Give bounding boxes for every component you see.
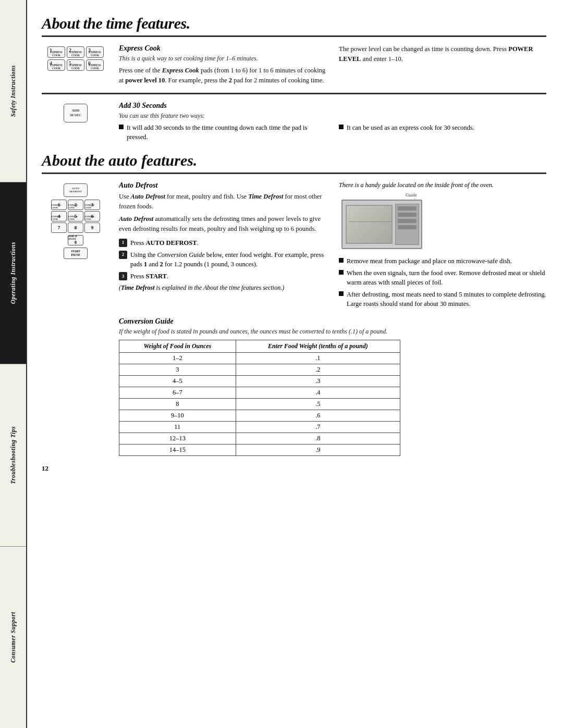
add-30-label-line2: 30 SEC — [70, 113, 81, 117]
add-30-bullet-2: It can be used as an express cook for 30… — [339, 123, 546, 132]
step-num-1: 1 — [119, 239, 127, 247]
cell-tenths: .8 — [236, 433, 400, 445]
cell-tenths: .1 — [236, 353, 400, 364]
auto-defrost-step-3: 3 Press START. — [119, 272, 326, 281]
cell-ounces: 4–5 — [119, 376, 236, 387]
conversion-guide-note: If the weight of food is stated in pound… — [119, 328, 546, 336]
np-7[interactable]: 7 — [51, 223, 67, 233]
bullet-sq-3 — [339, 291, 344, 296]
bullet-sq-2 — [339, 270, 344, 275]
np-6[interactable]: 6EXPRESS COOK — [84, 211, 100, 221]
np-4[interactable]: 4EXPRESS COOK — [51, 211, 67, 221]
express-cook-subtitle: This is a quick way to set cooking time … — [119, 55, 326, 63]
auto-defrost-section: AUTO DEFROST 1EXPRESS COOK 2EXPRESS COOK… — [42, 181, 546, 456]
np-8[interactable]: 8 — [68, 223, 83, 233]
pad-1[interactable]: 1EXPRESS COOK — [47, 46, 65, 58]
auto-defrost-intro: Use Auto Defrost for meat, poultry and f… — [119, 192, 326, 212]
sidebar-section-consumer: Consumer Support — [0, 547, 26, 729]
np-5[interactable]: 5EXPRESS COOK — [68, 211, 83, 221]
np-9[interactable]: 9 — [84, 223, 100, 233]
panel-element-2 — [398, 213, 417, 217]
add-30-label-line1: ADD — [71, 108, 79, 113]
cell-ounces: 9–10 — [119, 410, 236, 422]
pad-2[interactable]: 2EXPRESS COOK — [67, 46, 84, 58]
cell-tenths: .3 — [236, 376, 400, 387]
add-30-left: It will add 30 seconds to the time count… — [119, 123, 326, 144]
table-row: 6–7.4 — [119, 387, 400, 399]
auto-defrost-bullet-3: After defrosting, most meats need to sta… — [339, 290, 546, 309]
add-30-right: It can be used as an express cook for 30… — [339, 123, 546, 144]
cell-ounces: 11 — [119, 422, 236, 433]
add-30-icon-col: ADD 30 SEC — [42, 102, 109, 144]
auto-defrost-bullet-text-2: When the oven signals, turn the food ove… — [347, 268, 546, 287]
conversion-guide-title: Conversion Guide — [119, 317, 546, 326]
cell-ounces: 14–15 — [119, 445, 236, 456]
auto-defrost-bullets: Remove meat from package and place on mi… — [339, 256, 546, 309]
start-pause-btn[interactable]: START PAUSE — [64, 248, 88, 259]
cell-ounces: 1–2 — [119, 353, 236, 364]
express-cook-title: Express Cook — [119, 44, 326, 53]
express-cook-left: Express Cook This is a quick way to set … — [119, 44, 326, 85]
door-stripe — [349, 221, 391, 222]
add-30-section: ADD 30 SEC Add 30 Seconds You can use th… — [42, 102, 546, 144]
sidebar-label-operating: Operating Instructions — [10, 242, 16, 304]
pad-6[interactable]: 6EXPRESS COOK — [86, 59, 104, 71]
bullet-square-1 — [119, 125, 124, 129]
cell-ounces: 8 — [119, 399, 236, 410]
add-30-bullet-1: It will add 30 seconds to the time count… — [119, 123, 326, 142]
cell-ounces: 6–7 — [119, 387, 236, 399]
table-row: 3.2 — [119, 364, 400, 376]
sidebar-label-safety: Safety Instructions — [10, 65, 16, 117]
cell-tenths: .2 — [236, 364, 400, 376]
col-header-ounces: Weight of Food in Ounces — [119, 340, 236, 353]
cell-tenths: .4 — [236, 387, 400, 399]
panel-element-3 — [398, 219, 417, 223]
cell-ounces: 3 — [119, 364, 236, 376]
express-cook-two-col: Express Cook This is a quick way to set … — [119, 44, 546, 85]
conversion-guide-section: Conversion Guide If the weight of food i… — [119, 317, 546, 456]
section-divider-time — [42, 35, 546, 37]
np-0[interactable]: DISPLAY ON/OFF 0 — [68, 235, 83, 245]
section-divider-auto — [42, 172, 546, 174]
auto-defrost-bullet-2: When the oven signals, turn the food ove… — [339, 268, 546, 287]
panel-element-1 — [398, 206, 417, 211]
auto-defrost-right-intro: There is a handy guide located on the in… — [339, 181, 546, 189]
auto-defrost-content: Auto Defrost Use Auto Defrost for meat, … — [119, 181, 546, 456]
add-30-button[interactable]: ADD 30 SEC — [64, 104, 88, 122]
auto-defrost-top-btn[interactable]: AUTO DEFROST — [64, 183, 88, 197]
pad-3[interactable]: 3EXPRESS COOK — [86, 46, 104, 58]
pad-4[interactable]: 4EXPRESS COOK — [47, 59, 65, 71]
oven-control-panel — [395, 204, 419, 245]
auto-defrost-body: Auto Defrost automatically sets the defr… — [119, 214, 326, 234]
table-row: 9–10.6 — [119, 410, 400, 422]
sidebar-label-consumer: Consumer Support — [10, 612, 16, 663]
add-30-bullet-text-2: It can be used as an express cook for 30… — [347, 123, 474, 132]
step-num-3: 3 — [119, 272, 127, 280]
door-glass — [347, 206, 391, 243]
col-header-tenths: Enter Food Weight (tenths of a pound) — [236, 340, 400, 353]
table-row: 14–15.9 — [119, 445, 400, 456]
cell-tenths: .6 — [236, 410, 400, 422]
auto-features-title: About the auto features. — [42, 152, 546, 169]
oven-door — [346, 205, 393, 244]
step-text-2: Using the Conversion Guide below, enter … — [130, 250, 326, 269]
express-cook-pad-grid: 1EXPRESS COOK 2EXPRESS COOK 3EXPRESS COO… — [47, 46, 104, 71]
time-defrost-note: (Time Defrost is explained in the About … — [119, 284, 326, 292]
auto-defrost-bullet-text-1: Remove meat from package and place on mi… — [347, 256, 512, 266]
np-2[interactable]: 2EXPRESS COOK — [68, 200, 83, 210]
sidebar-section-operating: Operating Instructions — [0, 182, 26, 365]
auto-defrost-icon-col: AUTO DEFROST 1EXPRESS COOK 2EXPRESS COOK… — [42, 181, 109, 456]
pad-5[interactable]: 5EXPRESS COOK — [67, 59, 84, 71]
sidebar: Safety Instructions Operating Instructio… — [0, 0, 27, 728]
np-1[interactable]: 1EXPRESS COOK — [51, 200, 67, 210]
auto-defrost-right: There is a handy guide located on the in… — [339, 181, 546, 312]
time-features-title: About the time features. — [42, 15, 546, 32]
auto-defrost-bullet-1: Remove meat from package and place on mi… — [339, 256, 546, 266]
step-text-3: Press START. — [130, 272, 168, 281]
table-row: 12–13.8 — [119, 433, 400, 445]
step-text-1: Press AUTO DEFROST. — [130, 238, 199, 248]
express-cook-section: 1EXPRESS COOK 2EXPRESS COOK 3EXPRESS COO… — [42, 44, 546, 85]
cell-tenths: .5 — [236, 399, 400, 410]
auto-defrost-step-2: 2 Using the Conversion Guide below, ente… — [119, 250, 326, 269]
np-3[interactable]: 3EXPRESS COOK — [84, 200, 100, 210]
